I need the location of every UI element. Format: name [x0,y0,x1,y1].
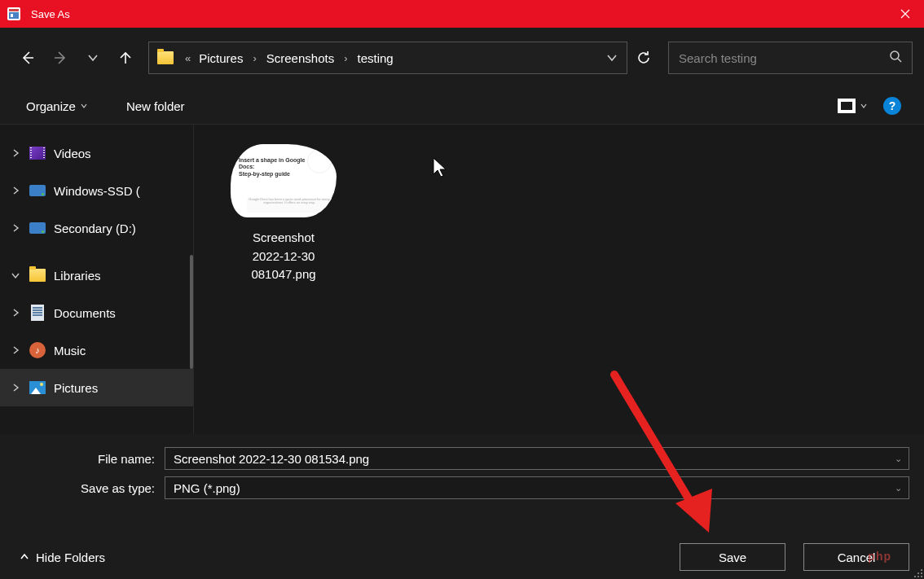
libraries-icon [28,265,47,285]
view-options-button[interactable] [838,99,867,113]
save-as-dialog: Save As « Pictures › Screenshots › testi… [0,0,924,579]
breadcrumb-bar[interactable]: « Pictures › Screenshots › testing [148,42,627,74]
chevron-down-icon[interactable]: ⌄ [895,483,902,493]
tree-label: Videos [54,147,91,160]
title-bar: Save As [0,0,924,28]
breadcrumb-testing[interactable]: testing [353,42,398,73]
chevron-right-icon[interactable] [3,309,28,317]
folder-icon [149,51,182,64]
dialog-title: Save As [28,8,887,20]
svg-point-4 [891,51,899,59]
close-button[interactable] [887,0,924,28]
tree-label: Secondary (D:) [54,222,136,235]
pictures-icon [28,378,47,397]
tree-item-music[interactable]: ♪ Music [0,331,193,369]
svg-rect-2 [9,12,19,19]
help-button[interactable]: ? [883,97,901,115]
drive-icon [28,218,47,238]
up-button[interactable] [109,42,142,74]
mouse-cursor [432,156,448,179]
chevron-down-icon[interactable] [3,271,28,279]
hide-folders-label: Hide Folders [36,550,105,564]
chevron-down-icon[interactable]: ⌄ [895,454,902,464]
search-icon[interactable] [889,50,902,66]
thumb-text: Step-by-step guide [239,171,290,177]
tree-label: Windows-SSD ( [54,184,140,198]
file-name: Screenshot 2022-12-30 081047.png [227,229,341,284]
chevron-right-icon[interactable]: › [339,52,352,64]
filename-value: Screenshot 2022-12-30 081534.png [174,452,369,466]
search-input[interactable] [679,51,889,65]
tree-label: Documents [54,306,116,320]
filename-label: File name: [15,452,165,466]
save-button[interactable]: Save [680,543,785,571]
tree-item-documents[interactable]: Documents [0,294,193,331]
tree-label: Libraries [54,269,101,283]
tree-label: Pictures [54,381,98,395]
chevron-down-icon [860,103,867,109]
organize-menu[interactable]: Organize [26,99,87,113]
svg-rect-1 [9,9,19,11]
search-box[interactable] [668,42,913,74]
forward-button[interactable] [44,42,77,74]
tree-label: Music [54,344,86,357]
chevron-right-icon[interactable] [3,186,28,195]
tree-item-pictures[interactable]: Pictures [0,369,193,406]
documents-icon [28,303,47,322]
thumbnail-image: Insert a shape in Google Docs: Step-by-s… [231,144,337,217]
nav-row: « Pictures › Screenshots › testing [0,28,924,88]
resize-grip[interactable] [911,566,922,577]
tree-item-winssd[interactable]: Windows-SSD ( [0,172,193,209]
chevron-right-icon[interactable]: › [248,52,261,64]
tree-scrollbar[interactable] [190,255,193,369]
folder-tree[interactable]: Videos Windows-SSD ( Secondary (D:) Libr… [0,125,194,434]
back-button[interactable] [11,42,44,74]
chevron-right-icon[interactable] [3,149,28,157]
tree-item-secondary[interactable]: Secondary (D:) [0,209,193,247]
chevron-right-icon[interactable] [3,224,28,232]
refresh-button[interactable] [627,42,660,74]
chevron-down-icon [81,103,87,109]
breadcrumb-screenshots[interactable]: Screenshots [262,42,339,73]
app-icon [0,7,28,21]
breadcrumb-dropdown[interactable] [597,52,627,64]
filename-input[interactable]: Screenshot 2022-12-30 081534.png ⌄ [165,447,909,470]
svg-rect-3 [11,14,13,17]
music-icon: ♪ [28,340,47,360]
chevron-right-icon[interactable] [3,346,28,354]
recent-dropdown[interactable] [77,42,109,74]
organize-label: Organize [26,99,76,113]
file-pane[interactable]: Insert a shape in Google Docs: Step-by-s… [194,125,924,434]
hide-folders-button[interactable]: Hide Folders [20,550,105,564]
new-folder-label: New folder [126,99,185,113]
drive-icon [28,181,47,200]
savetype-label: Save as type: [15,481,165,495]
watermark: php [868,550,891,563]
new-folder-button[interactable]: New folder [126,99,185,113]
savetype-dropdown[interactable]: PNG (*.png) ⌄ [165,476,909,499]
toolbar: Organize New folder ? [0,88,924,124]
file-thumbnail[interactable]: Insert a shape in Google Docs: Step-by-s… [227,144,341,284]
tree-item-videos[interactable]: Videos [0,134,193,172]
thumb-text: Insert a shape in Google Docs: [239,157,305,169]
videos-icon [28,143,47,163]
chevron-right-icon[interactable] [3,384,28,392]
cancel-button[interactable]: Cancel [803,543,909,571]
chevron-up-icon [20,552,29,562]
tree-item-libraries[interactable]: Libraries [0,257,193,294]
savetype-value: PNG (*.png) [174,481,240,495]
body: Videos Windows-SSD ( Secondary (D:) Libr… [0,124,924,434]
breadcrumb-overflow-icon[interactable]: « [182,52,194,64]
breadcrumb-pictures[interactable]: Pictures [194,42,248,73]
bottom-panel: File name: Screenshot 2022-12-30 081534.… [0,434,924,579]
view-icon [838,99,856,113]
